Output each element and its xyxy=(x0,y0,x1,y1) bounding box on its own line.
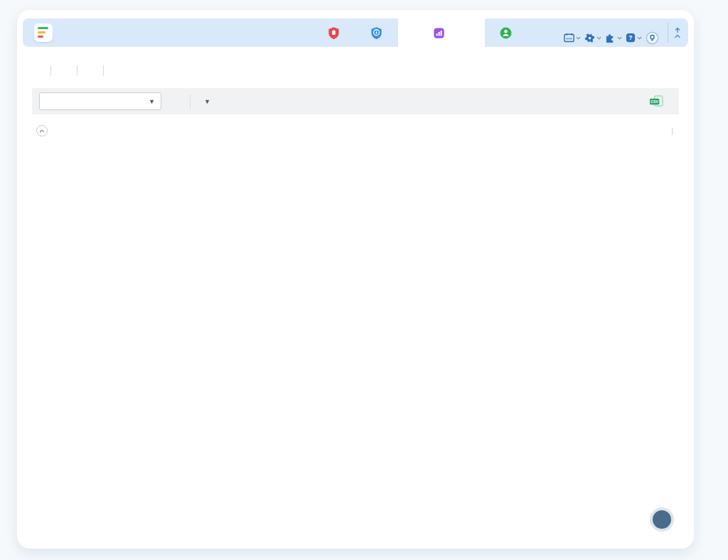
nav-divider xyxy=(668,23,668,43)
export-to-csv-button[interactable]: CSV xyxy=(649,95,672,107)
user-block: ? xyxy=(564,21,659,45)
collapse-chart-button[interactable] xyxy=(36,125,48,136)
edit-configuration-menu[interactable]: ▼ xyxy=(200,98,210,105)
date-range xyxy=(173,101,180,102)
actiplans-logo-icon[interactable] xyxy=(34,23,53,42)
nav-item-reports[interactable] xyxy=(432,26,451,40)
csv-file-icon: CSV xyxy=(649,95,664,107)
chevron-down-icon xyxy=(576,36,581,40)
report-tabs xyxy=(38,65,679,76)
arrow-up-icon xyxy=(674,27,681,33)
puzzle-icon xyxy=(605,33,616,43)
users-icon xyxy=(499,26,513,40)
reports-icon xyxy=(432,26,446,40)
settings-menu[interactable] xyxy=(584,33,601,43)
chevron-up-icon xyxy=(39,129,45,133)
filter-bar: ▼ ▼ CSV xyxy=(32,88,679,114)
bulb-icon xyxy=(646,31,659,45)
chevron-down-icon xyxy=(637,36,642,40)
legend-total-row xyxy=(45,151,193,162)
calendar-menu[interactable] xyxy=(564,33,581,43)
locations-chart xyxy=(197,145,679,341)
chevron-down-icon xyxy=(617,36,622,40)
nav-item-users[interactable] xyxy=(499,26,518,40)
chart-area xyxy=(32,145,679,344)
toolbar-icons: ? xyxy=(564,31,659,45)
leave-scheduling-icon xyxy=(327,26,341,40)
chevron-up-icon xyxy=(674,34,681,38)
chevron-down-icon xyxy=(596,36,601,40)
locations-icon xyxy=(370,26,383,40)
tips-button[interactable] xyxy=(646,31,659,45)
date-range-select[interactable]: ▼ xyxy=(39,92,161,110)
navbar-active-segment xyxy=(398,18,485,47)
navbar-right-segment: ? xyxy=(485,18,688,47)
chart-wrap xyxy=(197,145,679,344)
chart-section-header: | xyxy=(36,125,678,136)
nav-item-leave-scheduling[interactable] xyxy=(327,26,346,40)
help-menu[interactable]: ? xyxy=(626,33,642,43)
sort-controls: | xyxy=(663,126,678,135)
chart-legend xyxy=(45,151,193,344)
question-icon: ? xyxy=(626,33,636,43)
app-window: ? xyxy=(17,10,694,549)
gear-icon xyxy=(584,33,595,43)
integrations-menu[interactable] xyxy=(605,33,622,43)
help-fab-button[interactable] xyxy=(653,510,671,529)
select-caret-icon: ▼ xyxy=(149,98,155,105)
scroll-top-control[interactable] xyxy=(674,27,681,38)
svg-text:CSV: CSV xyxy=(651,99,658,104)
nav-item-locations[interactable] xyxy=(370,26,388,40)
calendar-icon xyxy=(564,33,574,43)
dropdown-caret-icon: ▼ xyxy=(204,98,210,105)
top-navbar: ? xyxy=(23,18,688,47)
svg-text:?: ? xyxy=(628,34,632,41)
navbar-left-segment xyxy=(23,18,398,47)
